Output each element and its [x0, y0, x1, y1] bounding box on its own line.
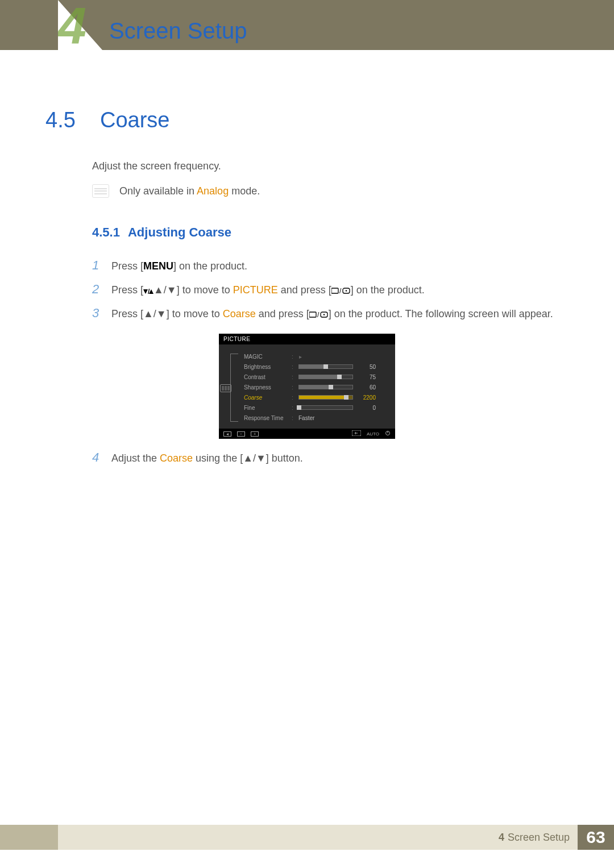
- osd-tab-icon: [220, 384, 231, 392]
- osd-footer: ◂ − + AUTO: [219, 429, 395, 439]
- osd-row-label: Coarse: [244, 394, 288, 401]
- osd-row: Contrast:75: [244, 372, 389, 382]
- osd-row: Brightness:50: [244, 362, 389, 372]
- svg-text:/: /: [339, 287, 342, 295]
- osd-slider: [298, 405, 353, 410]
- up-down-icon: /▲/▼: [143, 284, 177, 296]
- select-icon: /: [331, 284, 351, 296]
- intro-text: Adjust the screen frequency.: [92, 159, 569, 174]
- osd-row: Response Time:Faster: [244, 413, 389, 423]
- osd-minus-icon: −: [237, 431, 245, 437]
- chevron-right-icon: ▸: [298, 354, 302, 360]
- osd-auto-label: AUTO: [367, 431, 379, 437]
- step-2: 2 Press [/▲/▼] to move to PICTURE and pr…: [92, 277, 569, 301]
- osd-slider: [298, 385, 353, 389]
- step-1: 1 Press [MENU] on the product.: [92, 254, 569, 277]
- up-down-icon: ▲/▼: [243, 452, 266, 464]
- footer: 4 Screen Setup 63: [0, 825, 614, 850]
- osd-slider: [298, 395, 353, 400]
- up-down-icon: ▲/▼: [143, 308, 167, 319]
- osd-power-icon: [385, 430, 391, 437]
- note: Only available in Analog mode.: [92, 184, 569, 198]
- osd-row-label: Contrast: [244, 374, 288, 380]
- osd-row-label: Response Time: [244, 415, 288, 421]
- osd-row-label: Brightness: [244, 364, 288, 370]
- svg-point-6: [346, 290, 347, 291]
- note-text: Only available in Analog mode.: [119, 185, 260, 197]
- steps-list-cont: 4 Adjust the Coarse using the [▲/▼] butt…: [92, 446, 569, 470]
- section-title: Coarse: [100, 108, 170, 132]
- subsection-heading: 4.5.1 Adjusting Coarse: [92, 225, 569, 240]
- chapter-badge: 4: [58, 0, 102, 50]
- osd-value: 0: [356, 405, 376, 411]
- svg-point-10: [323, 314, 325, 315]
- svg-text:/: /: [148, 288, 150, 295]
- step-4: 4 Adjust the Coarse using the [▲/▼] butt…: [92, 446, 569, 470]
- footer-chapter-title: Screen Setup: [508, 832, 570, 844]
- svg-marker-0: [143, 289, 148, 294]
- page-number: 63: [578, 825, 614, 850]
- osd-plus-icon: +: [251, 431, 259, 437]
- svg-rect-7: [309, 312, 316, 317]
- osd-text-value: Faster: [298, 415, 314, 421]
- osd-value: 75: [356, 374, 376, 380]
- osd-value: 50: [356, 364, 376, 370]
- osd-slider: [298, 375, 353, 379]
- subsection-number: 4.5.1: [92, 225, 120, 240]
- select-icon: /: [309, 308, 329, 319]
- chapter-number: 4: [58, 0, 84, 50]
- osd-title: PICTURE: [219, 334, 395, 344]
- footer-chapter-number: 4: [499, 832, 504, 844]
- osd-row: Fine:0: [244, 402, 389, 413]
- osd-back-icon: ◂: [223, 431, 231, 437]
- osd-value: 60: [356, 384, 376, 391]
- osd-enter-icon: [352, 430, 361, 437]
- osd-row: Sharpness:60: [244, 382, 389, 392]
- osd-slider: [298, 364, 353, 369]
- subsection-title: Adjusting Coarse: [128, 225, 231, 240]
- svg-text:/: /: [317, 311, 320, 319]
- step-3: 3 Press [▲/▼] to move to Coarse and pres…: [92, 301, 569, 325]
- osd-row-label: Sharpness: [244, 384, 288, 391]
- section-heading: 4.5 Coarse: [45, 108, 569, 132]
- osd-screenshot: PICTURE MAGIC:▸Brightness:50Contrast:75S…: [219, 334, 395, 439]
- steps-list: 1 Press [MENU] on the product. 2 Press […: [92, 254, 569, 325]
- page-title: Screen Setup: [109, 18, 247, 44]
- note-icon: [92, 184, 109, 198]
- osd-value: 2200: [356, 394, 376, 401]
- svg-rect-3: [331, 288, 338, 293]
- section-number: 4.5: [45, 108, 86, 132]
- osd-row: Coarse:2200: [244, 392, 389, 402]
- osd-row-label: Fine: [244, 405, 288, 411]
- osd-row: MAGIC:▸: [244, 351, 389, 362]
- osd-row-label: MAGIC: [244, 354, 288, 360]
